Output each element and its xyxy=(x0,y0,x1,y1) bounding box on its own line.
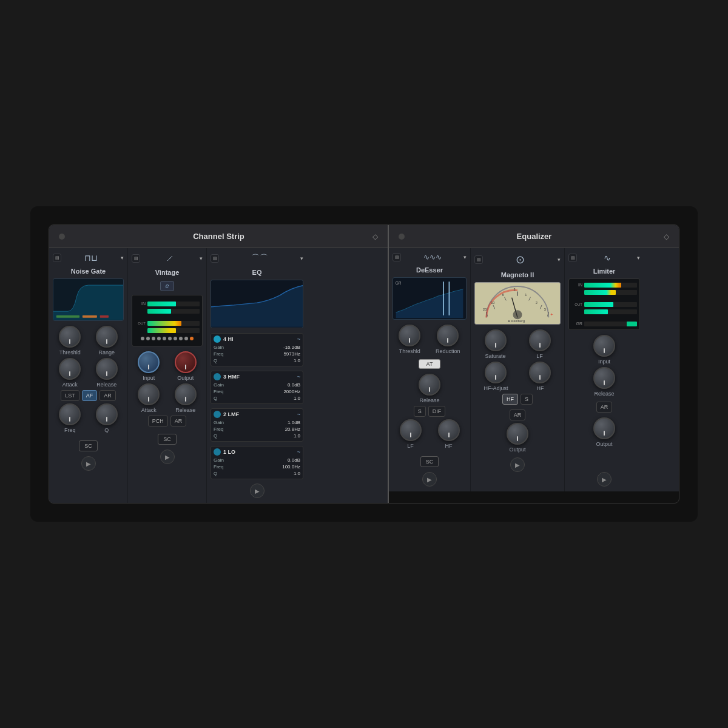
limiter-release-group: Release xyxy=(593,367,615,397)
vintage-in2-fill xyxy=(147,309,171,314)
ng-threshld-knob[interactable] xyxy=(59,326,81,348)
vintage-release-indicator xyxy=(185,397,186,402)
svg-text:3: 3 xyxy=(544,308,546,311)
vintage-knob-row2: Attack Release xyxy=(132,383,203,413)
limiter-input-knob[interactable] xyxy=(593,335,615,357)
eq-band3-toggle[interactable] xyxy=(214,373,221,380)
eq-band-1: 1 LO ~ Gain 0.0dB Freq 100.0Hz Q xyxy=(211,446,303,479)
magneto-lf-knob[interactable] xyxy=(529,329,551,351)
magneto-hf-knob[interactable] xyxy=(529,362,551,383)
vintage-play-btn[interactable]: ▶ xyxy=(160,450,175,464)
limiter-input-label: Input xyxy=(598,359,610,365)
limiter-output-knob[interactable] xyxy=(593,417,615,439)
eq-play-btn[interactable]: ▶ xyxy=(250,484,265,498)
deesser-lf-label: LF xyxy=(407,443,414,449)
svg-text:+: + xyxy=(550,312,553,317)
deesser-sc-btn[interactable]: SC xyxy=(420,456,439,467)
eq-band3-gain-val: 0.0dB xyxy=(288,382,300,388)
eq-band4-gain-row: Gain -16.2dB xyxy=(214,344,300,351)
deesser-s-btn[interactable]: S xyxy=(414,406,426,417)
vintage-sc-btn[interactable]: SC xyxy=(158,434,177,445)
magneto-s-btn[interactable]: S xyxy=(521,394,533,405)
eq-band2-toggle[interactable] xyxy=(214,411,221,418)
deesser-hf-label: HF xyxy=(445,443,453,449)
eq-band1-toggle[interactable] xyxy=(214,448,221,456)
magneto-ar-btn[interactable]: AR xyxy=(510,410,526,420)
limiter-gr-fill xyxy=(627,322,637,326)
magneto-output-knob[interactable] xyxy=(507,423,528,445)
ng-freq-knob[interactable] xyxy=(59,403,81,425)
deesser-lf-knob[interactable] xyxy=(400,419,422,441)
ng-display xyxy=(53,278,124,321)
vintage-dot-8 xyxy=(179,337,183,340)
deesser-dropdown[interactable]: ▾ xyxy=(463,254,467,260)
vintage-output-knob[interactable] xyxy=(175,351,197,373)
vintage-in-bar xyxy=(147,302,200,306)
vintage-dot-1 xyxy=(141,337,144,340)
deesser-knob-row3: LF HF xyxy=(393,419,467,449)
eq-band2-q-label: Q xyxy=(214,433,217,439)
magneto-play-btn[interactable]: ▶ xyxy=(510,457,525,472)
ng-release-knob[interactable] xyxy=(96,358,118,380)
limiter-output-label: Output xyxy=(596,441,612,447)
ng-af-btn[interactable]: AF xyxy=(82,390,98,401)
magneto-ar-area: AR xyxy=(510,410,526,420)
limiter-dropdown[interactable]: ▾ xyxy=(637,255,640,261)
vintage-knob-row1: Input Output xyxy=(132,351,203,381)
vintage-dots xyxy=(135,337,200,340)
ng-attack-group: Attack xyxy=(59,358,81,388)
ng-range-knob[interactable] xyxy=(96,326,118,348)
eq-band2-freq-val: 20.8Hz xyxy=(285,426,300,432)
deesser-threshld-group: Threshld xyxy=(399,325,420,354)
ng-attack-knob[interactable] xyxy=(59,358,81,380)
ng-play-btn[interactable]: ▶ xyxy=(81,456,96,471)
limiter-wave-icon: ∿ xyxy=(604,253,611,263)
ng-knob-row2: Attack Release xyxy=(53,358,124,388)
deesser-wave-icon: ∿∿∿ xyxy=(423,253,442,261)
vintage-pch-btn[interactable]: PCH xyxy=(148,416,168,426)
panels-container: Channel Strip ◇ ▤ ⊓⊔ ▾ Noise Gate xyxy=(49,224,679,504)
vintage-dropdown[interactable]: ▾ xyxy=(200,255,203,261)
vintage-header: ▤ ⟋ ▾ xyxy=(132,253,203,264)
channel-strip-section: Channel Strip ◇ ▤ ⊓⊔ ▾ Noise Gate xyxy=(49,225,389,503)
svg-text:3: 3 xyxy=(513,288,515,291)
vintage-attack-group: Attack xyxy=(138,383,160,413)
eq-dropdown[interactable]: ▾ xyxy=(300,255,303,261)
magneto-hf-btn[interactable]: HF xyxy=(502,394,518,405)
vintage-meter: IN OUT xyxy=(132,295,203,346)
ng-sc-area: SC xyxy=(79,439,98,451)
deesser-at-btn[interactable]: AT xyxy=(419,359,440,369)
deesser-dif-btn[interactable]: DIF xyxy=(428,406,446,417)
deesser-reduction-knob[interactable] xyxy=(437,325,459,346)
vintage-attack-knob[interactable] xyxy=(138,383,160,405)
eq-icon-box: ▤ xyxy=(211,254,219,263)
vintage-input-knob[interactable] xyxy=(138,351,160,373)
deesser-threshld-knob[interactable] xyxy=(399,325,420,346)
magneto-saturate-knob[interactable] xyxy=(485,329,507,351)
ng-ar-btn[interactable]: AR xyxy=(99,390,116,401)
limiter-in-row: IN xyxy=(571,283,637,288)
deesser-display: GR xyxy=(393,277,467,320)
vintage-release-knob[interactable] xyxy=(175,383,197,405)
limiter-ar-btn[interactable]: AR xyxy=(596,402,613,413)
deesser-release-knob[interactable] xyxy=(419,374,440,396)
ng-freq-group: Freq xyxy=(59,403,81,433)
magneto-dropdown[interactable]: ▾ xyxy=(558,257,561,263)
eq-band3-type: ~ xyxy=(297,374,300,380)
limiter-release-knob[interactable] xyxy=(593,367,615,389)
eq-band4-toggle[interactable] xyxy=(214,335,221,343)
deesser-hf-knob[interactable] xyxy=(438,419,460,441)
ng-sc-btn[interactable]: SC xyxy=(79,440,98,451)
ng-dropdown[interactable]: ▾ xyxy=(121,255,124,261)
limiter-play-btn[interactable]: ▶ xyxy=(597,472,612,487)
deesser-play-btn[interactable]: ▶ xyxy=(422,472,437,487)
deesser-threshld-label: Threshld xyxy=(399,348,420,354)
vintage-ar-btn[interactable]: AR xyxy=(170,416,187,426)
ng-q-knob[interactable] xyxy=(96,403,118,425)
ng-lst-btn[interactable]: LST xyxy=(61,390,79,401)
magneto-header: ▤ ⊙ ▾ xyxy=(474,253,561,266)
vintage-out2-row xyxy=(135,328,200,333)
vintage-e-btn[interactable]: e xyxy=(160,281,175,291)
eq-band3-q-val: 1.0 xyxy=(294,396,300,401)
magneto-hfadjust-knob[interactable] xyxy=(485,362,507,383)
